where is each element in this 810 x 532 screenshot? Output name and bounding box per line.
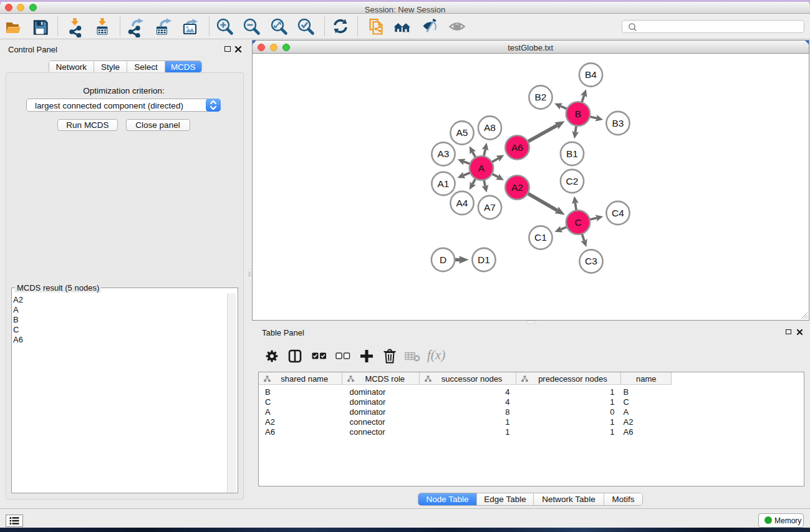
svg-text:B3: B3 — [612, 118, 624, 128]
svg-text:C1: C1 — [534, 232, 547, 243]
svg-text:B: B — [575, 109, 581, 119]
svg-text:C3: C3 — [585, 256, 597, 266]
svg-text:A7: A7 — [484, 202, 496, 213]
svg-text:D1: D1 — [478, 254, 490, 265]
svg-text:A4: A4 — [456, 198, 468, 208]
svg-text:A5: A5 — [456, 127, 468, 138]
svg-text:C2: C2 — [566, 176, 579, 186]
svg-text:A1: A1 — [438, 178, 450, 189]
svg-text:B4: B4 — [585, 69, 597, 80]
svg-text:B2: B2 — [535, 92, 547, 102]
svg-text:C4: C4 — [612, 208, 624, 218]
svg-text:C: C — [574, 217, 581, 228]
svg-text:A6: A6 — [511, 142, 523, 153]
svg-text:A: A — [478, 163, 485, 173]
svg-text:A3: A3 — [438, 148, 450, 159]
svg-text:A8: A8 — [484, 122, 496, 133]
svg-text:A2: A2 — [511, 182, 523, 193]
svg-text:D: D — [440, 254, 446, 265]
svg-text:B1: B1 — [566, 148, 578, 159]
